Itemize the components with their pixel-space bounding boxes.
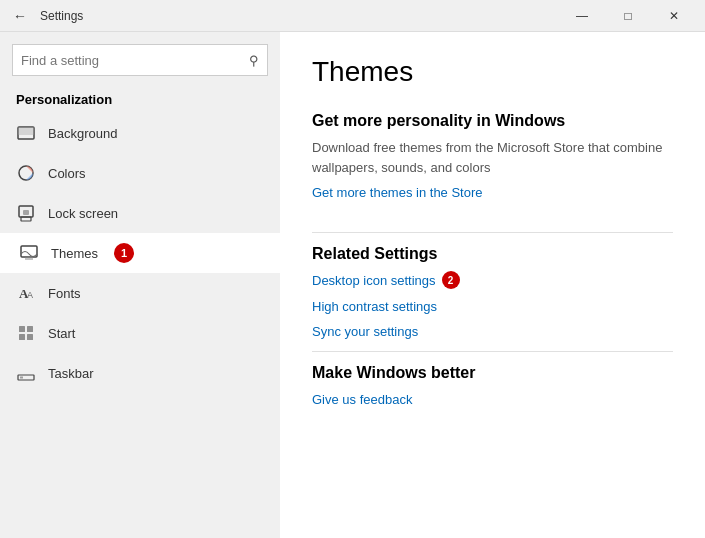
svg-rect-15 — [20, 377, 23, 379]
desktop-icon-settings-label: Desktop icon settings — [312, 273, 436, 288]
sidebar-item-lock-screen[interactable]: Lock screen — [0, 193, 280, 233]
desktop-icon-badge: 2 — [442, 271, 460, 289]
sidebar-item-themes-label: Themes — [51, 246, 98, 261]
sidebar-item-start[interactable]: Start — [0, 313, 280, 353]
search-input[interactable] — [21, 53, 249, 68]
start-icon — [16, 323, 36, 343]
page-title: Themes — [312, 56, 673, 88]
sidebar-item-background-label: Background — [48, 126, 117, 141]
svg-rect-5 — [23, 210, 29, 215]
sidebar-item-colors[interactable]: Colors — [0, 153, 280, 193]
store-link[interactable]: Get more themes in the Store — [312, 185, 483, 200]
high-contrast-settings-link[interactable]: High contrast settings — [312, 299, 673, 314]
svg-text:A: A — [27, 290, 33, 300]
divider-2 — [312, 351, 673, 352]
themes-badge: 1 — [114, 243, 134, 263]
sidebar-item-taskbar[interactable]: Taskbar — [0, 353, 280, 393]
sidebar-item-themes[interactable]: Themes 1 — [0, 233, 280, 273]
sidebar-item-start-label: Start — [48, 326, 75, 341]
sidebar: ⚲ Personalization Background Colo — [0, 32, 280, 538]
related-settings-title: Related Settings — [312, 245, 673, 263]
search-box[interactable]: ⚲ — [12, 44, 268, 76]
personality-section-desc: Download free themes from the Microsoft … — [312, 138, 673, 177]
svg-rect-13 — [27, 334, 33, 340]
fonts-icon: A A — [16, 283, 36, 303]
lockscreen-icon — [16, 203, 36, 223]
high-contrast-settings-label: High contrast settings — [312, 299, 437, 314]
svg-rect-12 — [19, 334, 25, 340]
feedback-link[interactable]: Give us feedback — [312, 392, 412, 407]
sidebar-item-background[interactable]: Background — [0, 113, 280, 153]
title-bar-controls: — □ ✕ — [559, 0, 697, 32]
sidebar-item-taskbar-label: Taskbar — [48, 366, 94, 381]
sidebar-item-fonts-label: Fonts — [48, 286, 81, 301]
sidebar-item-fonts[interactable]: A A Fonts — [0, 273, 280, 313]
title-bar: ← Settings — □ ✕ — [0, 0, 705, 32]
back-button[interactable]: ← — [8, 4, 32, 28]
title-bar-left: ← Settings — [8, 4, 559, 28]
content-area: Themes Get more personality in Windows D… — [280, 32, 705, 538]
sidebar-item-lock-screen-label: Lock screen — [48, 206, 118, 221]
divider-1 — [312, 232, 673, 233]
sidebar-item-colors-label: Colors — [48, 166, 86, 181]
colors-icon — [16, 163, 36, 183]
app-body: ⚲ Personalization Background Colo — [0, 32, 705, 538]
svg-rect-1 — [18, 127, 34, 135]
themes-icon — [19, 243, 39, 263]
svg-rect-11 — [27, 326, 33, 332]
search-icon: ⚲ — [249, 53, 259, 68]
maximize-button[interactable]: □ — [605, 0, 651, 32]
background-icon — [16, 123, 36, 143]
minimize-button[interactable]: — — [559, 0, 605, 32]
sync-settings-link[interactable]: Sync your settings — [312, 324, 673, 339]
close-button[interactable]: ✕ — [651, 0, 697, 32]
sync-settings-label: Sync your settings — [312, 324, 418, 339]
svg-rect-10 — [19, 326, 25, 332]
desktop-icon-settings-link[interactable]: Desktop icon settings 2 — [312, 271, 673, 289]
personalization-label: Personalization — [0, 84, 280, 113]
personality-section-title: Get more personality in Windows — [312, 112, 673, 130]
svg-rect-7 — [25, 257, 33, 260]
feedback-section-title: Make Windows better — [312, 364, 673, 382]
title-bar-title: Settings — [40, 9, 83, 23]
taskbar-icon — [16, 363, 36, 383]
